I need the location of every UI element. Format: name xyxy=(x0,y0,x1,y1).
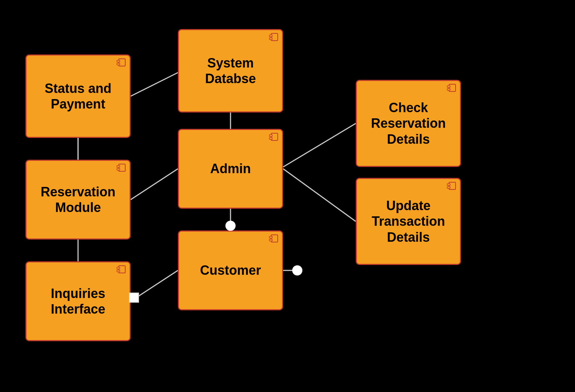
diagram-container: Status and Payment Reservation Module In… xyxy=(0,0,575,392)
svg-rect-33 xyxy=(447,89,450,90)
status-payment-box: Status and Payment xyxy=(25,54,131,138)
svg-rect-15 xyxy=(117,63,120,65)
component-icon xyxy=(269,33,279,41)
reservation-module-label: Reservation Module xyxy=(26,180,130,219)
svg-rect-27 xyxy=(269,138,272,139)
component-icon xyxy=(447,182,457,190)
check-reservation-label: Check Reservation Details xyxy=(357,96,460,151)
update-transaction-label: Update Transaction Details xyxy=(357,194,460,249)
component-icon xyxy=(269,133,279,141)
svg-line-6 xyxy=(283,169,356,221)
svg-rect-24 xyxy=(269,38,272,40)
svg-line-11 xyxy=(131,169,178,200)
system-database-box: System Databse xyxy=(178,29,283,113)
update-transaction-box: Update Transaction Details xyxy=(356,178,461,265)
svg-rect-32 xyxy=(447,86,450,87)
svg-rect-21 xyxy=(117,270,120,272)
customer-label: Customer xyxy=(195,259,266,282)
inquiries-interface-label: Inquiries Interface xyxy=(26,282,130,320)
component-icon xyxy=(117,164,127,172)
customer-box: Customer xyxy=(178,230,283,310)
reservation-module-box: Reservation Module xyxy=(25,160,131,240)
svg-rect-35 xyxy=(447,184,450,185)
component-icon xyxy=(117,58,127,66)
component-icon xyxy=(269,234,279,242)
inquiries-interface-box: Inquiries Interface xyxy=(25,261,131,341)
customer-multiplicity-dot xyxy=(292,265,302,275)
system-database-label: System Databse xyxy=(179,52,282,90)
svg-rect-20 xyxy=(117,267,120,269)
admin-label: Admin xyxy=(205,157,256,180)
svg-rect-23 xyxy=(269,35,272,37)
svg-line-5 xyxy=(283,123,356,167)
svg-rect-30 xyxy=(269,239,272,241)
svg-rect-17 xyxy=(117,166,120,167)
component-icon xyxy=(117,265,127,273)
svg-rect-14 xyxy=(117,60,120,62)
svg-rect-29 xyxy=(269,236,272,238)
svg-rect-36 xyxy=(447,187,450,188)
check-reservation-box: Check Reservation Details xyxy=(356,80,461,167)
svg-line-10 xyxy=(131,73,178,96)
component-icon xyxy=(447,84,457,92)
svg-rect-26 xyxy=(269,135,272,136)
status-payment-label: Status and Payment xyxy=(26,77,130,115)
inquiries-interface-square xyxy=(129,293,139,303)
admin-box: Admin xyxy=(178,129,283,209)
svg-rect-18 xyxy=(117,168,120,170)
admin-multiplicity-dot xyxy=(225,221,236,231)
